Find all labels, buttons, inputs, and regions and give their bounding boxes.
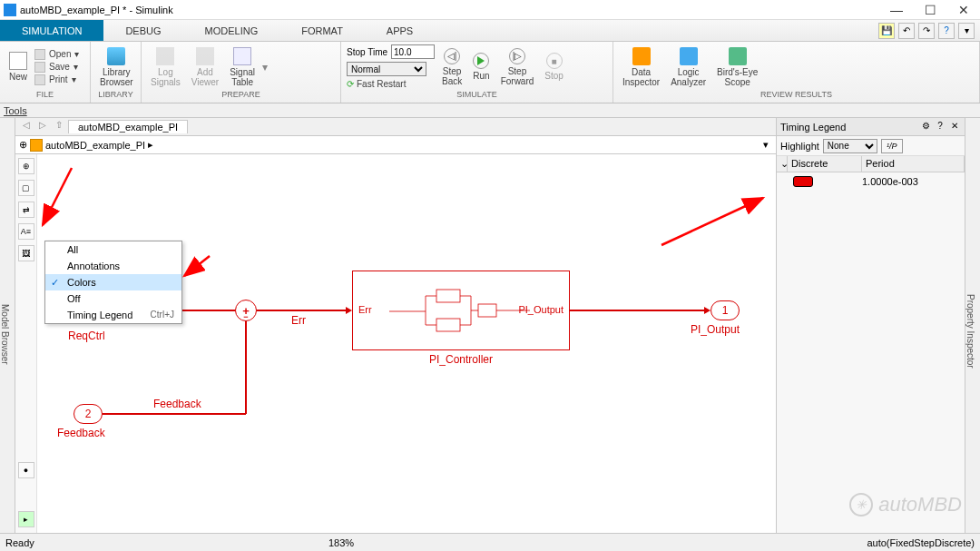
tab-forward-button[interactable]: ▷ xyxy=(35,120,50,134)
undo-button[interactable]: ↶ xyxy=(898,23,915,39)
stop-time-input[interactable] xyxy=(391,44,435,59)
menubar: SIMULATION DEBUG MODELING FORMAT APPS 💾 … xyxy=(0,20,980,42)
tab-format[interactable]: FORMAT xyxy=(279,20,365,41)
zoom-button[interactable]: ⊕ xyxy=(18,158,34,174)
menu-item-annotations[interactable]: Annotations xyxy=(45,258,181,274)
fast-restart-icon: ⟳ xyxy=(347,79,354,89)
library-icon xyxy=(107,47,125,65)
stop-button[interactable]: ■ Stop xyxy=(541,51,567,83)
status-solver[interactable]: auto(FixedStepDiscrete) xyxy=(652,537,975,548)
add-viewer-icon xyxy=(196,47,214,65)
timing-close-button[interactable]: ✕ xyxy=(948,121,961,133)
pi-controller-subsystem[interactable]: Err PI_Output xyxy=(352,271,570,350)
tab-up-button[interactable]: ⇧ xyxy=(52,120,66,134)
annotation-button[interactable]: A≡ xyxy=(18,223,34,240)
tab-strip: ◁ ▷ ⇧ autoMBD_example_PI xyxy=(15,118,776,136)
model-browser-rail[interactable]: Model Browser xyxy=(0,118,15,533)
reqctrl-signal[interactable] xyxy=(182,310,235,311)
options-button[interactable]: ▾ xyxy=(958,23,975,39)
watermark: ✳ autoMBD xyxy=(849,493,962,517)
wechat-icon: ✳ xyxy=(849,493,873,517)
fast-restart-button[interactable]: ⟳Fast Restart xyxy=(347,79,435,89)
timing-row-discrete[interactable]: 1.0000e-003 xyxy=(777,172,965,191)
pi-output-label: PI_Output xyxy=(691,323,740,336)
check-icon: ✓ xyxy=(51,277,59,289)
save-quick-button[interactable]: 💾 xyxy=(878,23,895,39)
err-signal[interactable] xyxy=(257,310,346,311)
menu-item-all[interactable]: All xyxy=(45,241,181,258)
step-back-button[interactable]: ◁| Step Back xyxy=(438,46,466,88)
redo-button[interactable]: ↷ xyxy=(918,23,935,39)
signal-table-icon xyxy=(233,47,251,65)
pi-output-outport[interactable]: 1 xyxy=(710,300,740,320)
record-button[interactable]: ● xyxy=(18,462,34,478)
menu-item-timing-legend[interactable]: Timing LegendCtrl+J xyxy=(45,307,181,323)
tab-debug[interactable]: DEBUG xyxy=(103,20,182,41)
tools-label[interactable]: Tools xyxy=(4,105,27,116)
statusbar: Ready 183% auto(FixedStepDiscrete) xyxy=(0,533,980,551)
library-browser-button[interactable]: Library Browser xyxy=(96,45,137,89)
menu-item-off[interactable]: Off xyxy=(45,290,181,307)
simulation-mode-select[interactable]: Normal xyxy=(347,62,426,76)
tab-back-button[interactable]: ◁ xyxy=(19,120,34,134)
log-signals-button[interactable]: Log Signals xyxy=(147,45,184,89)
property-inspector-rail[interactable]: Property Inspector xyxy=(965,118,980,533)
close-button[interactable]: ✕ xyxy=(958,3,969,17)
vp-toggle-button[interactable]: ¹/P xyxy=(881,139,903,153)
maximize-button[interactable]: ☐ xyxy=(925,3,936,17)
status-zoom[interactable]: 183% xyxy=(328,537,652,548)
expand-column-header[interactable]: ⌄ xyxy=(777,156,788,172)
save-button[interactable]: Save ▾ xyxy=(34,62,79,73)
birds-eye-button[interactable]: Bird's-Eye Scope xyxy=(713,45,761,89)
feedback-signal-h[interactable] xyxy=(103,413,246,415)
minimize-button[interactable]: — xyxy=(890,3,903,17)
ready-indicator-button[interactable]: ▸ xyxy=(18,511,34,527)
discrete-color-swatch xyxy=(793,176,813,187)
signal-table-button[interactable]: Signal Table xyxy=(226,45,259,89)
data-inspector-button[interactable]: Data Inspector xyxy=(619,45,663,89)
breadcrumb-model[interactable]: autoMBD_example_PI xyxy=(45,140,145,151)
step-forward-icon: |▷ xyxy=(509,48,525,64)
birds-eye-icon xyxy=(729,47,747,65)
logic-analyzer-button[interactable]: Logic Analyzer xyxy=(667,45,710,89)
breadcrumb-expand-button[interactable]: ⊕ xyxy=(19,139,27,151)
open-button[interactable]: Open ▾ xyxy=(34,49,79,60)
timing-settings-button[interactable]: ⚙ xyxy=(919,121,932,133)
add-viewer-button[interactable]: Add Viewer xyxy=(188,45,222,89)
stop-icon: ■ xyxy=(546,53,563,69)
tab-apps[interactable]: APPS xyxy=(365,20,435,41)
timing-legend-title: Timing Legend xyxy=(780,122,917,133)
model-tab[interactable]: autoMBD_example_PI xyxy=(68,120,188,133)
fit-button[interactable]: ▢ xyxy=(18,180,34,196)
step-back-icon: ◁| xyxy=(444,48,460,64)
svg-line-12 xyxy=(43,168,72,225)
discrete-column-header[interactable]: Discrete xyxy=(788,156,862,172)
err-signal-label: Err xyxy=(291,314,306,327)
period-column-header[interactable]: Period xyxy=(862,156,965,172)
print-button[interactable]: Print ▾ xyxy=(34,74,79,85)
sum-block[interactable]: +− xyxy=(235,300,257,321)
chevron-right-icon: ▸ xyxy=(148,139,153,151)
menu-item-colors[interactable]: ✓Colors xyxy=(45,274,181,290)
feedback-signal-v[interactable] xyxy=(245,321,247,414)
canvas-toolbar: ⊕ ▢ ⇄ A≡ 🖼 ● ▸ xyxy=(15,154,37,533)
image-button[interactable]: 🖼 xyxy=(18,245,34,261)
svg-rect-0 xyxy=(436,290,460,302)
help-button[interactable]: ? xyxy=(938,23,955,39)
svg-line-13 xyxy=(184,256,210,276)
output-signal[interactable] xyxy=(570,310,704,311)
step-forward-button[interactable]: |▷ Step Forward xyxy=(497,46,538,88)
tab-modeling[interactable]: MODELING xyxy=(183,20,280,41)
library-group-label: LIBRARY xyxy=(96,90,135,101)
highlight-select[interactable]: None xyxy=(823,139,877,153)
model-icon xyxy=(30,139,43,152)
run-button[interactable]: Run xyxy=(469,51,493,83)
breadcrumb-dropdown-button[interactable]: ▾ xyxy=(763,139,776,151)
feedback-inport[interactable]: 2 xyxy=(74,404,103,424)
block-diagram-canvas[interactable]: ReqCtrl 2 Feedback +− Err PI_Output xyxy=(37,154,776,533)
file-group-label: FILE xyxy=(5,90,84,101)
timing-minimize-button[interactable]: ? xyxy=(934,121,946,133)
tab-simulation[interactable]: SIMULATION xyxy=(0,20,103,41)
arrows-button[interactable]: ⇄ xyxy=(18,202,34,218)
new-button[interactable]: New xyxy=(5,50,31,84)
